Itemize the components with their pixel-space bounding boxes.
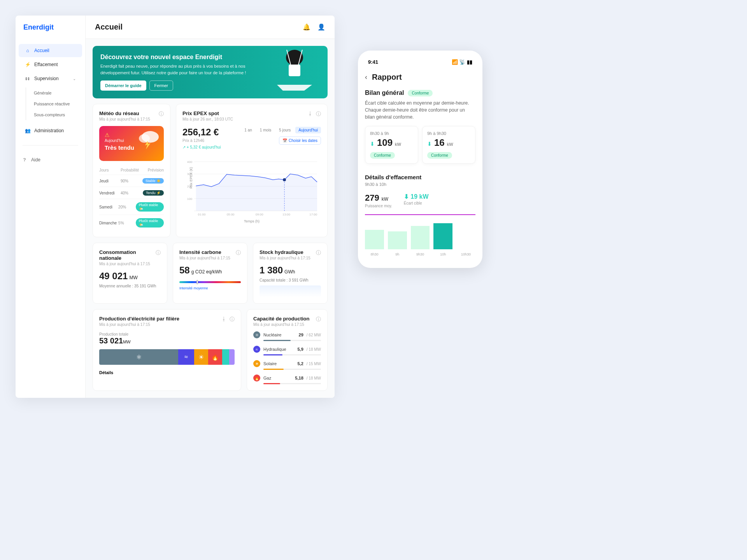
epex-chart: Prix EPEX (€) 400300200100 01:0005:0009:… [182, 156, 321, 218]
svg-text:05:00: 05:00 [227, 213, 235, 216]
bilan-heading: Bilan généralConforme [365, 89, 475, 96]
info-icon[interactable]: ⓘ [316, 249, 321, 256]
nuclear-icon: ⚛ [136, 354, 142, 361]
svg-text:09:00: 09:00 [256, 213, 263, 216]
bolt-icon: ⚡ [25, 62, 30, 67]
forecast-row: Vendredi40%Tendu ⚡ [99, 187, 164, 199]
forecast-row: Jeudi90%Stable ☀️ [99, 175, 164, 187]
nav-effacement[interactable]: ⚡Effacement [19, 58, 82, 71]
svg-text:01:00: 01:00 [198, 213, 206, 216]
svg-text:100: 100 [187, 197, 193, 201]
forecast-pill: Stable ☀️ [142, 178, 164, 184]
forecast-pill: Plutôt stable 🌤️ [136, 218, 164, 228]
source-icon: ≈ [253, 346, 260, 353]
chart-bar[interactable] [411, 226, 430, 249]
bell-icon[interactable]: 🔔 [303, 23, 310, 31]
carbon-gauge [179, 281, 241, 283]
arrow-down-icon: ⬇ [404, 193, 409, 200]
capacity-row: ☀Solaire5,2 / 15 MW [253, 360, 321, 367]
epex-price: 256,12 € [182, 127, 221, 138]
info-icon[interactable]: ⓘ [236, 249, 241, 256]
forecast-pill: Tendu ⚡ [143, 190, 164, 196]
source-icon: ☀ [253, 360, 260, 367]
topbar: Accueil 🔔 👤 [86, 16, 335, 39]
chart-bar[interactable] [433, 223, 452, 249]
info-icon[interactable]: ⓘ [316, 316, 321, 323]
bars-icon: ⫾⫾ [25, 76, 30, 81]
nav-supervision-sub: Générale Puissance réactive Sous-compteu… [26, 88, 85, 120]
forecast-row: Samedi20%Plutôt stable 🌤️ [99, 199, 164, 215]
svg-point-21 [283, 178, 286, 181]
chart-bar[interactable] [388, 231, 407, 249]
back-button[interactable]: ‹ [365, 73, 367, 81]
epex-card: Prix EPEX spotMis à jour 26 avr., 18:03 … [176, 104, 328, 237]
sidebar: Enerdigit ⌂Accueil ⚡Effacement ⫾⫾Supervi… [16, 16, 86, 398]
capacity-row: ≈Hydraulique5,9 / 18 MW [253, 346, 321, 353]
source-icon: 🔥 [253, 374, 260, 382]
meteo-title: Météo du réseau [99, 110, 150, 116]
chart-bar[interactable] [365, 230, 384, 249]
user-icon[interactable]: 👤 [317, 23, 325, 31]
arrow-down-icon: ⬇ [427, 141, 432, 147]
tab-1year[interactable]: 1 an [241, 127, 255, 133]
nav-help[interactable]: ？Aide [16, 153, 85, 166]
sub-compteurs[interactable]: Sous-compteurs [34, 109, 85, 120]
details-heading: Détails d'effacement [365, 174, 475, 180]
carbon-card: Intensité carboneMis à jour aujourd'hui … [173, 243, 247, 304]
epex-delta: ↗ + 5,32 € aujourd'hui [182, 145, 221, 149]
info-icon[interactable]: ⓘ [316, 110, 321, 117]
start-guide-button[interactable]: Démarrer le guide [100, 80, 146, 91]
capacity-card: Capacité de productionMis à jour aujourd… [247, 309, 328, 391]
status-icons: 📶 📡 ▮▮ [452, 59, 472, 65]
divider [23, 145, 78, 145]
forecast-pill: Plutôt stable 🌤️ [136, 202, 164, 212]
production-breakdown-bar: ⚛ ≈ ☀ 🔥 [99, 349, 235, 365]
download-icon[interactable]: ⭳ [221, 316, 226, 323]
hydro-segment: ≈ [178, 349, 194, 365]
time-range-tabs: 1 an 1 mois 5 jours Aujourd'hui [241, 127, 321, 133]
capacity-row: 🔥Gaz5,18 / 18 MW [253, 374, 321, 382]
main-content: Accueil 🔔 👤 Découvrez votre nouvel espac… [86, 16, 335, 398]
svg-text:13:00: 13:00 [282, 213, 290, 216]
page-title: Accueil [95, 23, 123, 32]
forecast-row: Dimanche5%Plutôt stable 🌤️ [99, 215, 164, 231]
capacity-row: ⚛Nucléaire29 / 62 MW [253, 331, 321, 338]
nav-home[interactable]: ⌂Accueil [19, 44, 82, 57]
info-icon[interactable]: ⓘ [159, 110, 164, 117]
conso-card: Consommation nationaleMis à jour aujourd… [93, 243, 167, 304]
nav-supervision[interactable]: ⫾⫾Supervision⌄ [19, 72, 82, 85]
meteo-forecast-table: JoursProbabilitéPrévision Jeudi90%Stable… [99, 166, 164, 231]
info-icon[interactable]: ⓘ [230, 316, 235, 323]
solar-segment: ☀ [194, 349, 208, 365]
tab-1month[interactable]: 1 mois [257, 127, 274, 133]
svg-text:400: 400 [187, 160, 193, 164]
close-banner-button[interactable]: Fermer [149, 80, 173, 91]
help-icon: ？ [22, 157, 27, 163]
choose-dates-button[interactable]: 📅Choisir les dates [279, 136, 321, 145]
nav-admin[interactable]: 👥Administration [19, 124, 82, 137]
home-icon: ⌂ [25, 48, 30, 53]
sub-generale[interactable]: Générale [34, 88, 85, 98]
warning-icon: ⚠ [105, 132, 110, 138]
bilan-card-2[interactable]: 9h à 9h30 ⬇16kW Conforme [422, 126, 475, 164]
wave-icon: ≈ [184, 354, 188, 360]
hydro-card: Stock hydrauliqueMis à jour aujourd'hui … [253, 243, 328, 304]
logo: Enerdigit [16, 23, 85, 43]
desktop-app: Enerdigit ⌂Accueil ⚡Effacement ⫾⫾Supervi… [16, 16, 335, 398]
bilan-card-1[interactable]: 8h30 à 9h ⬇109kW Conforme [365, 126, 418, 164]
sun-icon: ☀ [198, 354, 204, 361]
mobile-status-bar: 9:41 📶 📡 ▮▮ [365, 58, 475, 66]
wind-segment [222, 349, 229, 365]
mobile-page-title: Rapport [372, 73, 402, 82]
svg-rect-1 [289, 65, 300, 76]
gas-segment: 🔥 [208, 349, 222, 365]
info-icon[interactable]: ⓘ [156, 249, 161, 256]
download-icon[interactable]: ⭳ [308, 110, 313, 117]
svg-text:17:00: 17:00 [309, 213, 317, 216]
conforme-badge: Conforme [408, 90, 433, 96]
tab-5days[interactable]: 5 jours [276, 127, 294, 133]
flame-icon: 🔥 [211, 354, 219, 361]
calendar-icon: 📅 [282, 138, 287, 143]
sub-reactive[interactable]: Puissance réactive [34, 98, 85, 109]
tab-today[interactable]: Aujourd'hui [295, 127, 321, 133]
